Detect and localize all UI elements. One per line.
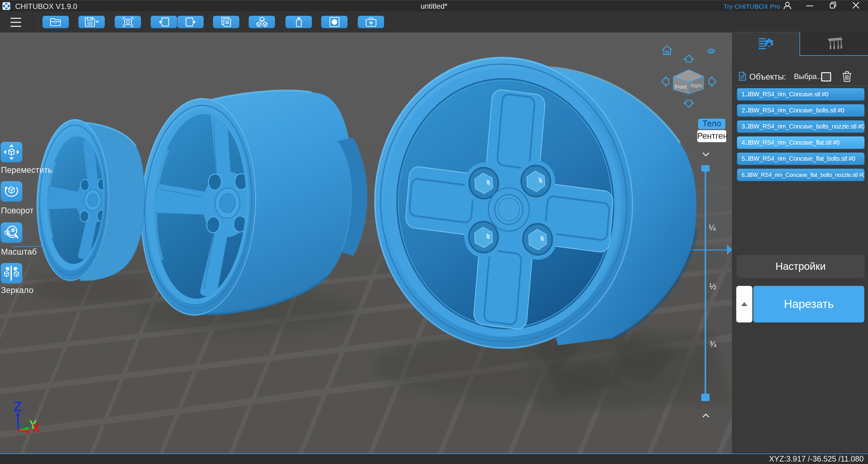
svg-text:X: X — [32, 422, 40, 435]
svg-text:Front: Front — [675, 84, 687, 90]
svg-text:Right: Right — [690, 83, 702, 88]
svg-text:Z: Z — [13, 399, 22, 414]
